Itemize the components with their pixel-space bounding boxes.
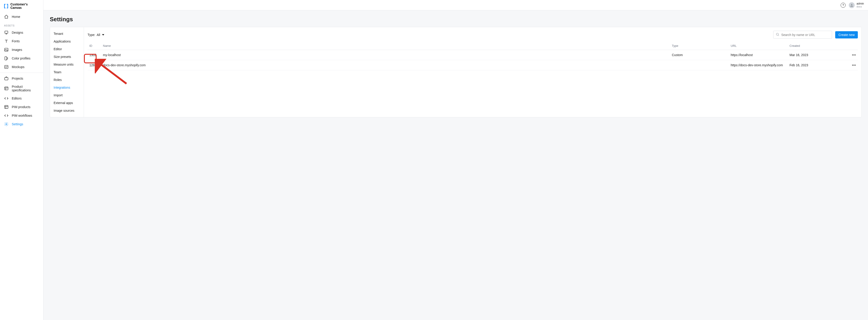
col-header-type: Type xyxy=(670,42,729,50)
sidebar-item-label: Images xyxy=(12,48,22,52)
sidebar-item-label: Settings xyxy=(12,122,23,126)
help-icon[interactable]: ? xyxy=(841,3,846,8)
sidebar-item-label: Fonts xyxy=(12,39,20,43)
cell-created: Mar 16, 2023 xyxy=(788,50,846,60)
topbar: ? admin docs xyxy=(43,0,868,10)
palette-icon xyxy=(4,56,9,61)
svg-point-8 xyxy=(851,4,852,5)
sidebar-section-assets: ASSETS xyxy=(0,21,43,28)
panel-body: Type: All Create new xyxy=(84,27,862,117)
svg-rect-3 xyxy=(5,65,8,68)
svg-point-9 xyxy=(776,33,778,35)
settings-nav: Tenant Applications Editor Size presets … xyxy=(50,27,84,117)
sidebar-item-designs[interactable]: Designs xyxy=(0,28,43,37)
settings-nav-applications[interactable]: Applications xyxy=(50,37,84,45)
sidebar-item-product-specifications[interactable]: Product specifications xyxy=(0,83,43,94)
settings-nav-team[interactable]: Team xyxy=(50,68,84,76)
search-box[interactable] xyxy=(773,31,832,39)
settings-panel: Tenant Applications Editor Size presets … xyxy=(50,27,862,117)
sidebar-item-pim-products[interactable]: PIM products xyxy=(0,103,43,111)
settings-nav-external-apps[interactable]: External apps xyxy=(50,99,84,107)
code-icon xyxy=(4,113,9,118)
type-filter-label: Type: xyxy=(88,33,95,37)
user-menu[interactable]: admin docs xyxy=(849,2,864,8)
svg-rect-4 xyxy=(5,77,8,80)
annotation-overlay xyxy=(84,27,862,117)
gear-icon xyxy=(4,122,9,126)
svg-rect-2 xyxy=(5,57,6,60)
sidebar-item-label: Designs xyxy=(12,31,23,34)
row-actions-button[interactable]: ••• xyxy=(846,50,858,60)
sidebar-item-label: PIM products xyxy=(12,105,30,109)
user-name: admin xyxy=(857,2,864,5)
cell-created: Feb 16, 2023 xyxy=(788,60,846,70)
svg-rect-1 xyxy=(5,48,8,51)
type-filter-value: All xyxy=(97,33,100,37)
image-icon xyxy=(4,47,9,52)
col-header-url: URL xyxy=(729,42,788,50)
search-input[interactable] xyxy=(781,33,830,37)
row-actions-button[interactable]: ••• xyxy=(846,60,858,70)
cell-type xyxy=(670,60,729,70)
sidebar-item-settings[interactable]: Settings xyxy=(0,120,43,128)
settings-nav-image-sources[interactable]: Image sources xyxy=(50,107,84,115)
presentation-icon xyxy=(4,30,9,35)
sidebar-item-mockups[interactable]: Mockups xyxy=(0,63,43,71)
type-filter[interactable]: Type: All xyxy=(88,33,104,37)
briefcase-icon xyxy=(4,76,9,81)
integrations-table: ID Name Type URL Created 1302 m xyxy=(88,42,858,70)
sidebar-item-editors[interactable]: Editors xyxy=(0,94,43,103)
page-title: Settings xyxy=(50,16,862,23)
table-row[interactable]: 1288 docs-dev-store.myshopify.com https:… xyxy=(88,60,858,70)
col-header-created: Created xyxy=(788,42,846,50)
sidebar-item-label: Mockups xyxy=(12,65,25,69)
sidebar-item-label: PIM workflows xyxy=(12,114,32,117)
sidebar-item-home[interactable]: Home xyxy=(0,12,43,21)
sidebar-item-label: Editors xyxy=(12,97,22,100)
sidebar-item-images[interactable]: Images xyxy=(0,45,43,54)
table-row[interactable]: 1302 my-localhost Custom https://localho… xyxy=(88,50,858,60)
settings-nav-tenant[interactable]: Tenant xyxy=(50,30,84,37)
settings-nav-editor[interactable]: Editor xyxy=(50,45,84,53)
cell-url: https://docs-dev-store.myshopify.com xyxy=(729,60,788,70)
sidebar-item-fonts[interactable]: Fonts xyxy=(0,37,43,45)
sidebar-item-pim-workflows[interactable]: PIM workflows xyxy=(0,111,43,120)
logo-text: Customer's Canvas xyxy=(10,3,28,10)
settings-nav-integrations[interactable]: Integrations xyxy=(50,84,84,91)
settings-nav-size-presets[interactable]: Size presets xyxy=(50,53,84,61)
col-header-name: Name xyxy=(101,42,670,50)
logo[interactable]: Customer's Canvas xyxy=(0,0,43,12)
chevron-down-icon xyxy=(102,34,104,35)
svg-rect-5 xyxy=(5,87,8,90)
sidebar: Customer's Canvas Home ASSETS Designs Fo… xyxy=(0,0,43,320)
settings-nav-roles[interactable]: Roles xyxy=(50,76,84,84)
svg-point-7 xyxy=(6,124,7,125)
cell-type: Custom xyxy=(670,50,729,60)
cell-name: my-localhost xyxy=(101,50,670,60)
col-header-id: ID xyxy=(88,42,101,50)
text-icon xyxy=(4,39,9,43)
mockup-icon xyxy=(4,65,9,69)
cell-id: 1302 xyxy=(88,50,101,60)
sidebar-item-label: Product specifications xyxy=(12,85,39,92)
create-new-button[interactable]: Create new xyxy=(835,31,858,38)
sidebar-item-color-profiles[interactable]: Color profiles xyxy=(0,54,43,63)
user-sub: docs xyxy=(857,5,864,8)
sidebar-item-label: Home xyxy=(12,15,20,19)
logo-mark-icon xyxy=(4,4,9,9)
sidebar-item-label: Color profiles xyxy=(12,57,30,60)
search-icon xyxy=(776,33,779,37)
svg-rect-6 xyxy=(5,105,8,108)
layout-icon xyxy=(4,86,9,91)
cell-url: https://localhost xyxy=(729,50,788,60)
cell-name: docs-dev-store.myshopify.com xyxy=(101,60,670,70)
sidebar-item-label: Projects xyxy=(12,77,23,80)
settings-nav-measure-units[interactable]: Measure units xyxy=(50,61,84,68)
sidebar-item-projects[interactable]: Projects xyxy=(0,74,43,83)
avatar-icon xyxy=(849,2,855,8)
layout-icon xyxy=(4,105,9,109)
home-icon xyxy=(4,14,9,19)
cell-id: 1288 xyxy=(88,60,101,70)
svg-rect-0 xyxy=(5,31,8,33)
settings-nav-import[interactable]: Import xyxy=(50,91,84,99)
